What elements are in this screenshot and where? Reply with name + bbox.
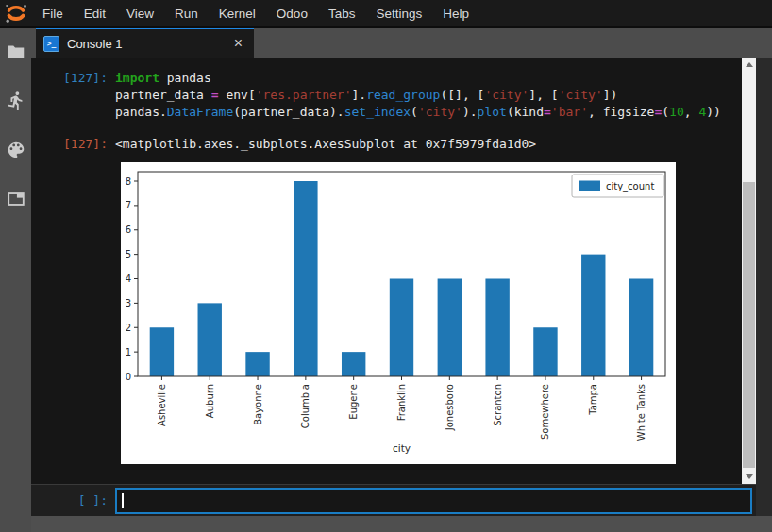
entry-prompt: [ ]: xyxy=(31,493,115,507)
svg-text:6: 6 xyxy=(126,224,131,235)
svg-text:5: 5 xyxy=(126,249,131,259)
console-scroll-content: [127]: import pandaspartner_data = env['… xyxy=(31,58,742,484)
svg-text:city: city xyxy=(393,442,411,454)
svg-text:Eugene: Eugene xyxy=(348,384,359,420)
output-repr-text: <matplotlib.axes._subplots.AxesSubplot a… xyxy=(115,136,536,153)
output-prompt: [127]: xyxy=(31,136,115,153)
vertical-scrollbar[interactable] xyxy=(742,58,756,484)
scrollbar-thumb[interactable] xyxy=(743,182,755,468)
svg-text:Columbia: Columbia xyxy=(300,384,310,428)
menu-odoo[interactable]: Odoo xyxy=(266,0,318,26)
open-tabs-icon[interactable] xyxy=(6,189,26,209)
menu-tabs[interactable]: Tabs xyxy=(318,0,366,26)
svg-text:Somewhere: Somewhere xyxy=(540,384,550,440)
menu-edit[interactable]: Edit xyxy=(74,0,116,26)
down-arrow-icon xyxy=(746,474,753,479)
tab-label: Console 1 xyxy=(67,37,230,51)
matplotlib-figure: 012345678AshevilleAuburnBayonneColumbiaE… xyxy=(121,162,676,464)
svg-text:4: 4 xyxy=(126,274,131,284)
svg-text:city_count: city_count xyxy=(606,181,654,192)
left-activity-bar xyxy=(0,26,31,532)
svg-text:Bayonne: Bayonne xyxy=(253,384,263,425)
svg-text:Jonesboro: Jonesboro xyxy=(445,384,455,431)
menu-file[interactable]: File xyxy=(32,0,74,26)
menu-kernel[interactable]: Kernel xyxy=(209,0,266,26)
panel-right-margin xyxy=(756,58,772,516)
svg-text:Tampa: Tampa xyxy=(588,384,598,416)
svg-text:White Tanks: White Tanks xyxy=(636,384,646,441)
up-arrow-icon xyxy=(746,62,753,67)
menu-view[interactable]: View xyxy=(116,0,164,26)
input-prompt: [127]: xyxy=(31,70,115,121)
menu-help[interactable]: Help xyxy=(432,0,479,26)
svg-text:3: 3 xyxy=(126,298,131,308)
svg-text:Scranton: Scranton xyxy=(493,384,503,426)
console-terminal-icon: >_ xyxy=(43,36,59,52)
tab-close-icon[interactable]: × xyxy=(230,36,246,51)
scrollbar-up-button[interactable] xyxy=(742,58,756,72)
svg-text:2: 2 xyxy=(126,323,131,333)
dock-tab-bar: >_ Console 1 × xyxy=(31,26,772,58)
svg-text:Auburn: Auburn xyxy=(205,384,215,418)
bar-chart-svg: 012345678AshevilleAuburnBayonneColumbiaE… xyxy=(121,162,676,464)
output-cell: [127]: <matplotlib.axes._subplots.AxesSu… xyxy=(31,136,742,153)
command-palette-icon[interactable] xyxy=(6,140,26,160)
menu-settings[interactable]: Settings xyxy=(365,0,432,26)
code-entry-box[interactable] xyxy=(115,488,752,514)
svg-text:8: 8 xyxy=(126,176,131,187)
svg-text:1: 1 xyxy=(126,347,131,357)
code-lines: import pandaspartner_data = env['res.par… xyxy=(115,70,721,121)
svg-text:Asheville: Asheville xyxy=(157,384,167,426)
console-panel: [127]: import pandaspartner_data = env['… xyxy=(31,58,756,484)
jupyter-logo-icon xyxy=(0,0,32,26)
svg-text:0: 0 xyxy=(126,372,131,382)
svg-text:Franklin: Franklin xyxy=(396,384,407,421)
file-browser-folder-icon[interactable] xyxy=(6,42,26,62)
code-cell: [127]: import pandaspartner_data = env['… xyxy=(31,70,742,121)
menu-bar: File Edit View Run Kernel Odoo Tabs Sett… xyxy=(0,0,772,28)
svg-text:7: 7 xyxy=(126,200,131,210)
code-entry-input[interactable] xyxy=(117,490,750,512)
menu-run[interactable]: Run xyxy=(164,0,209,26)
tab-console-1[interactable]: >_ Console 1 × xyxy=(36,26,254,58)
console-input-row: [ ]: xyxy=(31,484,756,516)
scrollbar-down-button[interactable] xyxy=(742,470,756,484)
running-sessions-runner-icon[interactable] xyxy=(6,91,26,111)
